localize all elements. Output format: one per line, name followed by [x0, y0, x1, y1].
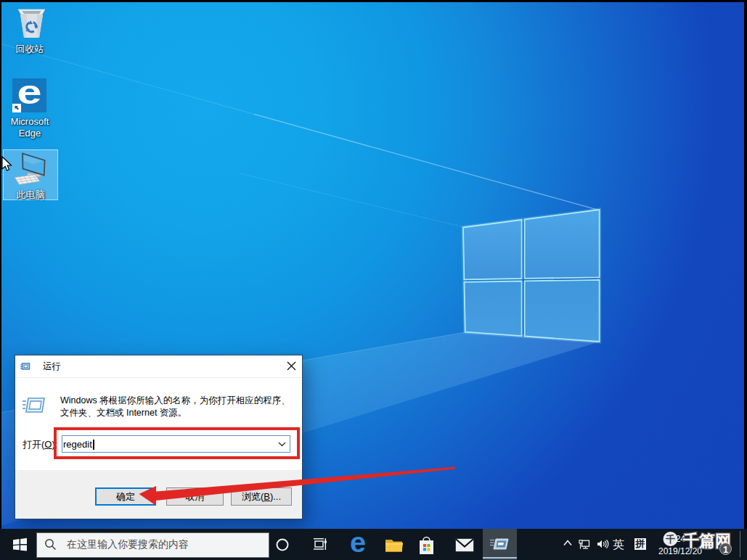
svg-text:1: 1 [723, 544, 728, 555]
svg-text:千: 千 [666, 534, 675, 545]
